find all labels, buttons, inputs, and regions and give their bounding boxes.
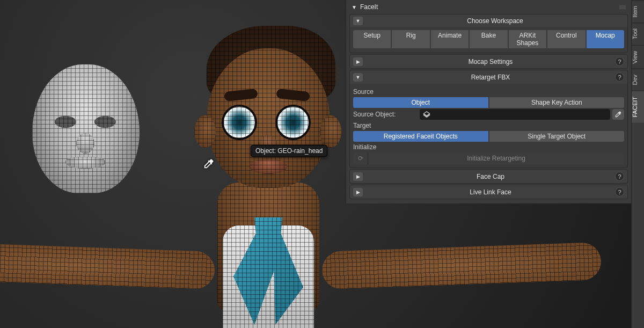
- initialize-label: Initialize: [353, 143, 624, 151]
- char-ear: [320, 115, 341, 148]
- source-label: Source: [353, 88, 624, 96]
- sidetab-view[interactable]: View: [632, 45, 644, 69]
- section-live-link-face: ▶ Live Link Face ?: [349, 185, 628, 199]
- target-toggle-registered[interactable]: Registered Faceit Objects: [353, 131, 488, 142]
- n-panel-tabs: Item Tool View Dev FACEIT: [631, 0, 644, 328]
- sidetab-dev[interactable]: Dev: [632, 69, 644, 91]
- section-header[interactable]: ▶ Mocap Settings ?: [350, 55, 627, 68]
- reload-icon: ⟳: [353, 152, 368, 164]
- section-title: Choose Workspace: [366, 17, 624, 25]
- source-object-label: Source Object:: [353, 111, 418, 118]
- section-mocap-settings: ▶ Mocap Settings ?: [349, 54, 628, 69]
- ref-mouth: [65, 157, 105, 169]
- section-title: Face Cap: [366, 173, 615, 180]
- workspace-tabs: Setup Rig Animate Bake ARKit Shapes Cont…: [353, 30, 624, 48]
- disclosure-down-icon: ▼: [352, 4, 357, 10]
- section-choose-workspace: ▼ Choose Workspace Setup Rig Animate Bak…: [349, 14, 628, 53]
- target-toggle: Registered Faceit Objects Single Target …: [353, 131, 624, 142]
- tab-animate[interactable]: Animate: [431, 30, 469, 48]
- char-ear: [194, 115, 216, 148]
- source-toggle: Object Shape Key Action: [353, 97, 624, 108]
- char-arm: [0, 242, 215, 289]
- tab-setup[interactable]: Setup: [353, 30, 391, 48]
- ref-eye: [94, 116, 116, 128]
- section-header[interactable]: ▼ Choose Workspace: [350, 14, 627, 27]
- tab-control[interactable]: Control: [547, 30, 585, 48]
- section-header[interactable]: ▼ Retarget FBX ?: [350, 70, 627, 84]
- initialize-retargeting-button[interactable]: ⟳ Initialize Retargeting: [353, 152, 624, 164]
- section-face-cap: ▶ Face Cap ?: [349, 169, 628, 184]
- help-icon[interactable]: ?: [615, 57, 624, 66]
- ref-nose: [76, 133, 94, 154]
- tooltip-label: Object:: [255, 147, 276, 155]
- source-object-dropdown[interactable]: [420, 109, 610, 120]
- disclosure-right-icon[interactable]: ▶: [353, 188, 363, 196]
- drag-grip-icon[interactable]: [619, 5, 626, 9]
- panel-title: FaceIt: [360, 3, 378, 11]
- sidetab-faceit[interactable]: FACEIT: [632, 91, 644, 123]
- section-header[interactable]: ▶ Face Cap ?: [350, 170, 627, 183]
- disclosure-right-icon[interactable]: ▶: [353, 57, 363, 66]
- target-toggle-single[interactable]: Single Target Object: [489, 131, 625, 142]
- source-toggle-shapekey[interactable]: Shape Key Action: [489, 97, 625, 108]
- char-mouth: [250, 160, 287, 174]
- help-icon[interactable]: ?: [615, 172, 624, 181]
- disclosure-down-icon[interactable]: ▼: [353, 17, 363, 25]
- eyedropper-icon: [614, 111, 622, 118]
- char-eye: [275, 105, 311, 140]
- section-title: Live Link Face: [366, 188, 615, 196]
- sidetab-item[interactable]: Item: [632, 0, 644, 23]
- eyedropper-button[interactable]: [612, 109, 624, 120]
- section-header[interactable]: ▶ Live Link Face ?: [350, 185, 627, 199]
- mesh-icon: [423, 111, 430, 118]
- hover-tooltip: Object: GEO-rain_head: [251, 145, 327, 157]
- source-object-row: Source Object:: [353, 109, 624, 120]
- target-label: Target: [353, 122, 624, 129]
- disclosure-right-icon[interactable]: ▶: [353, 172, 363, 181]
- n-panel: ▼ FaceIt ▼ Choose Workspace Setup Rig An…: [346, 0, 631, 203]
- initialize-button-label: Initialize Retargeting: [368, 155, 624, 162]
- tooltip-value: GEO-rain_head: [277, 147, 323, 155]
- tab-bake[interactable]: Bake: [470, 30, 507, 48]
- char-eye: [222, 105, 257, 140]
- section-title: Retarget FBX: [366, 74, 615, 81]
- sidetab-tool[interactable]: Tool: [632, 23, 644, 45]
- disclosure-down-icon[interactable]: ▼: [353, 73, 363, 82]
- tab-mocap[interactable]: Mocap: [587, 30, 624, 48]
- section-retarget-fbx: ▼ Retarget FBX ? Source Object Shape Key…: [349, 70, 628, 168]
- char-arm: [321, 242, 602, 289]
- reference-head-mesh[interactable]: [32, 64, 140, 193]
- help-icon[interactable]: ?: [615, 72, 624, 82]
- eyedropper-cursor-icon: [203, 158, 215, 170]
- tab-arkit-shapes[interactable]: ARKit Shapes: [509, 30, 546, 48]
- section-title: Mocap Settings: [366, 58, 615, 65]
- source-toggle-object[interactable]: Object: [353, 97, 488, 108]
- panel-header[interactable]: ▼ FaceIt: [349, 2, 628, 14]
- ref-eye: [55, 116, 76, 128]
- help-icon[interactable]: ?: [615, 187, 624, 196]
- tab-rig[interactable]: Rig: [392, 30, 429, 48]
